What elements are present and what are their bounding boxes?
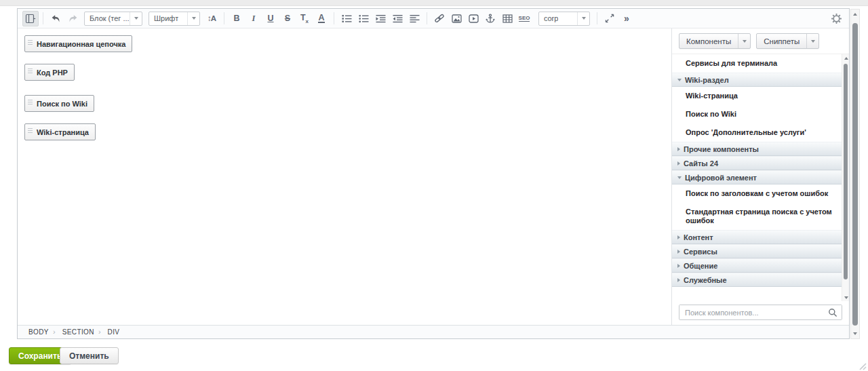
breadcrumb-tag-section[interactable]: SECTION (58, 328, 98, 336)
toolbar-separator (334, 12, 334, 24)
components-panel-toggle-button[interactable] (22, 11, 39, 26)
seo-button[interactable]: SEO (516, 11, 532, 26)
fullscreen-button[interactable] (601, 11, 618, 26)
components-list-scrollbar[interactable] (842, 54, 849, 301)
canvas-block-wiki-page[interactable]: Wiki-страница (24, 123, 96, 140)
category-wiki-section[interactable]: Wiki-раздел (672, 73, 842, 87)
category-content[interactable]: Контент (672, 230, 842, 244)
chevron-collapsed-icon (677, 161, 680, 165)
font-size-icon: ↕A (208, 14, 216, 22)
anchor-icon (486, 14, 495, 23)
edit-canvas[interactable]: Навигационная цепочка Код PHP Поиск по W… (18, 28, 671, 325)
category-communication[interactable]: Общение (672, 258, 842, 273)
insert-link-button[interactable] (431, 11, 448, 26)
snippets-tab-button[interactable]: Сниппеты (756, 33, 819, 49)
insert-table-button[interactable] (499, 11, 515, 26)
component-item[interactable]: Поиск по Wiki (672, 105, 842, 123)
component-item[interactable]: Опрос 'Дополнительные услуги' (672, 123, 842, 142)
table-icon (502, 14, 513, 23)
component-item[interactable]: Стандартная страница поиска с учетом оши… (672, 203, 842, 230)
clear-format-button[interactable]: Tx (296, 11, 313, 26)
site-template-select-value: corp (544, 14, 558, 22)
category-utility[interactable]: Служебные (672, 273, 842, 287)
editor-toolbar: Блок (тег ... Шрифт ↕A B I U S Tx A (18, 9, 849, 28)
font-family-select[interactable]: Шрифт (149, 12, 200, 26)
category-services[interactable]: Сервисы (672, 244, 842, 258)
chevron-down-icon (187, 12, 196, 25)
site-template-select[interactable]: corp (538, 12, 590, 26)
editor-settings-button[interactable] (828, 11, 844, 26)
sidebar-tabs: Компоненты Сниппеты (672, 28, 849, 54)
indent-button[interactable] (372, 11, 389, 26)
undo-button[interactable] (47, 11, 64, 26)
cancel-button[interactable]: Отменить (60, 347, 119, 364)
components-sidebar: Компоненты Сниппеты Сервисы для терминал… (671, 28, 849, 325)
chevron-collapsed-icon (677, 147, 680, 151)
redo-button[interactable] (64, 11, 81, 26)
clear-format-icon: Tx (300, 13, 309, 24)
resize-grip-icon[interactable] (856, 360, 867, 370)
chevron-down-icon (577, 12, 586, 25)
component-item[interactable]: Поиск по заголовкам с учетом ошибок (672, 184, 842, 203)
scroll-up-icon[interactable] (842, 54, 849, 62)
chevron-collapsed-icon (677, 235, 680, 239)
scrollbar-thumb[interactable] (844, 64, 848, 279)
gear-icon (831, 14, 842, 24)
underline-button[interactable]: U (262, 11, 279, 26)
components-tab-button[interactable]: Компоненты (679, 33, 751, 49)
chevron-collapsed-icon (677, 250, 680, 254)
text-color-icon: A (318, 14, 324, 24)
canvas-block-label: Поиск по Wiki (37, 100, 87, 108)
component-item[interactable]: Wiki-страница (672, 87, 842, 105)
canvas-block-label: Wiki-страница (37, 128, 89, 136)
category-sites24[interactable]: Сайты 24 (672, 156, 842, 170)
search-icon (828, 308, 837, 317)
page-scrollbar[interactable] (850, 9, 860, 339)
bullet-list-button[interactable] (355, 11, 372, 26)
scroll-down-icon[interactable] (842, 294, 849, 301)
components-list-wrap: Сервисы для терминала Wiki-раздел Wiki-с… (672, 54, 849, 301)
scrollbar-thumb[interactable] (852, 23, 858, 326)
breadcrumb-tag-div[interactable]: DIV (104, 328, 124, 336)
insert-anchor-button[interactable] (482, 11, 498, 26)
block-tag-select[interactable]: Блок (тег ... (84, 12, 142, 26)
chevron-expanded-icon (677, 176, 682, 179)
toolbar-separator (224, 12, 224, 24)
ordered-list-icon (342, 14, 352, 23)
insert-video-button[interactable] (465, 11, 481, 26)
scroll-down-icon[interactable] (851, 329, 859, 338)
chevron-down-icon[interactable] (738, 34, 750, 48)
text-color-button[interactable]: A (313, 11, 330, 26)
chevron-right-icon: › (98, 328, 104, 337)
outdent-button[interactable] (389, 11, 406, 26)
chevron-down-icon[interactable] (806, 34, 818, 48)
bold-button[interactable]: B (229, 11, 245, 26)
chevron-down-icon (130, 12, 138, 25)
tag-breadcrumb-bar: BODY › SECTION › DIV (18, 325, 849, 338)
font-size-button[interactable]: ↕A (203, 11, 220, 26)
underline-icon: U (267, 14, 273, 23)
insert-image-button[interactable] (448, 11, 465, 26)
fullscreen-icon (605, 14, 614, 23)
component-search-input[interactable] (679, 305, 842, 319)
visual-editor-page: Блок (тег ... Шрифт ↕A B I U S Tx A (0, 0, 868, 371)
breadcrumb-tag-body[interactable]: BODY (24, 328, 53, 336)
toolbar-separator (597, 12, 597, 24)
scroll-up-icon[interactable] (851, 9, 859, 19)
strikethrough-button[interactable]: S (279, 11, 296, 26)
canvas-block-php-code[interactable]: Код PHP (24, 64, 75, 81)
ordered-list-button[interactable] (338, 11, 355, 26)
canvas-block-breadcrumb-component[interactable]: Навигационная цепочка (24, 35, 132, 52)
component-search-area (672, 301, 849, 325)
category-digital-element[interactable]: Цифровой элемент (672, 170, 842, 184)
canvas-block-wiki-search[interactable]: Поиск по Wiki (24, 95, 94, 112)
components-list: Сервисы для терминала Wiki-раздел Wiki-с… (672, 54, 842, 301)
category-other-components[interactable]: Прочие компоненты (672, 142, 842, 156)
more-tools-button[interactable]: » (618, 11, 635, 26)
italic-button[interactable]: I (245, 11, 262, 26)
align-button[interactable] (406, 11, 422, 26)
component-item[interactable]: Сервисы для терминала (672, 54, 842, 73)
chevron-right-icon: › (53, 328, 58, 337)
outdent-icon (393, 14, 403, 23)
drag-handle-icon (28, 98, 33, 106)
